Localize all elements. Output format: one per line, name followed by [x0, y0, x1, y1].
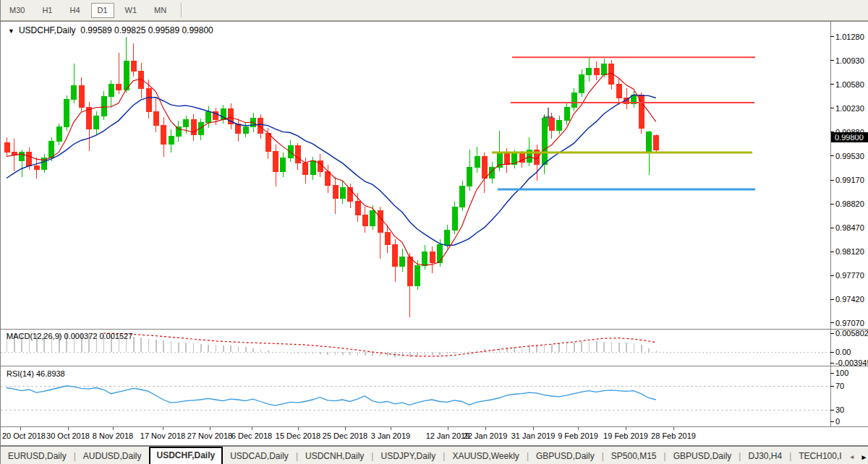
macd-axis-label: -0.003945 [835, 359, 868, 367]
candle-body [587, 68, 592, 74]
candle-body [124, 61, 129, 90]
chart-tab-audusd[interactable]: AUDUSD,Daily [76, 448, 149, 464]
candle-body [475, 157, 480, 168]
candle-body [56, 126, 61, 142]
candle-body [109, 85, 114, 97]
chart-symbol-title: ▼USDCHF,Daily 0.99589 0.99825 0.99589 0.… [8, 25, 213, 35]
candle-body [542, 119, 547, 165]
candle-body [34, 166, 39, 170]
tab-scroll-controls: ◄► [849, 454, 868, 464]
candle-body [370, 211, 375, 226]
date-axis-label: 28 Feb 2019 [651, 432, 696, 440]
chart-tab-dj30[interactable]: DJ30,H4 [741, 448, 789, 464]
rsi-indicator-label: RSI(14) 46.8938 [7, 369, 65, 378]
candle-body [355, 202, 360, 215]
candle-body [20, 152, 25, 160]
macd-indicator-label: MACD(12,26,9) 0.000372 0.001527 [7, 332, 132, 340]
price-axis-label: 0.98820 [835, 200, 864, 208]
candle-body [393, 245, 398, 267]
candle-body [438, 245, 443, 262]
candle-body [616, 85, 621, 98]
candle-body [445, 230, 450, 245]
candle-body [169, 136, 174, 144]
macd-axis-label: 0.00 [835, 348, 851, 356]
candle-body [504, 154, 509, 165]
candle-body [295, 145, 300, 163]
chart-tab-usdjpy[interactable]: USDJPY,Daily [373, 448, 443, 464]
price-axis-label: 0.97070 [835, 319, 864, 327]
candle-body [557, 121, 562, 131]
price-axis-label: 1.00930 [835, 57, 864, 65]
candle-body [153, 111, 158, 125]
chart-tab-usdcnh[interactable]: USDCNH,Daily [298, 448, 371, 464]
candle-body [415, 265, 420, 285]
chart-tab-bar: EURUSD,Daily|AUDUSD,DailyUSDCHF,DailyUSD… [1, 446, 868, 464]
quote-ohlc-values: 0.99589 0.99825 0.99589 0.99800 [80, 25, 213, 35]
rsi-axis-label: 100 [835, 369, 848, 377]
date-axis-label: 25 Dec 2018 [323, 432, 367, 440]
candle-body [87, 108, 92, 129]
tab-scroll-right-icon[interactable]: ► [861, 454, 868, 461]
date-axis-label: 3 Jan 2019 [371, 432, 410, 440]
candle-body [647, 132, 652, 152]
candle-body [340, 188, 345, 199]
candle-body [72, 86, 77, 100]
candle-body [564, 108, 569, 121]
candle-body [184, 120, 189, 126]
candle-body [422, 252, 427, 265]
price-axis-label: 0.99880 [835, 129, 864, 137]
candle-body [378, 211, 383, 233]
candle-body [281, 158, 286, 171]
candle-body [116, 85, 122, 90]
trading-platform-window: M30H1H4D1W1MN ▼USDCHF,Daily 0.99589 0.99… [0, 0, 868, 464]
main-chart-canvas[interactable] [1, 0, 868, 464]
chart-tab-usdchf-active[interactable]: USDCHF,Daily [149, 447, 224, 464]
price-axis-label: 1.00230 [835, 105, 864, 113]
candle-body [639, 95, 644, 128]
price-axis-label: 0.98120 [835, 248, 864, 256]
chart-tab-gbpusd[interactable]: GBPUSD,Daily [529, 448, 602, 464]
price-axis-label: 1.01280 [835, 33, 864, 41]
macd-axis-label: 0.005802 [835, 330, 868, 338]
date-axis-label: 15 Dec 2018 [276, 432, 320, 440]
date-axis-label: 9 Feb 2019 [558, 432, 598, 440]
candle-body [333, 185, 338, 199]
candle-body [452, 207, 457, 230]
date-axis-label: 8 Nov 2018 [93, 432, 133, 440]
candle-body [571, 93, 576, 108]
candle-body [176, 126, 181, 136]
candle-body [161, 125, 166, 144]
candle-body [602, 64, 607, 75]
date-axis-label: 31 Jan 2019 [511, 432, 556, 440]
candle-body [310, 160, 315, 175]
chart-tab-gbpusd[interactable]: GBPUSD,Daily [666, 448, 739, 464]
rsi-line [7, 386, 656, 405]
date-axis-label: 6 Dec 2018 [231, 432, 272, 440]
candle-body [594, 68, 599, 74]
candle-body [101, 97, 106, 116]
symbol-label: USDCHF,Daily [19, 25, 76, 35]
candle-body [549, 119, 554, 131]
candle-body [49, 142, 54, 158]
date-axis-label: 17 Nov 2018 [140, 432, 185, 440]
candle-body [385, 233, 390, 245]
date-axis-label: 20 Oct 2018 [2, 432, 46, 440]
candle-body [467, 168, 472, 186]
chevron-down-icon[interactable]: ▼ [8, 27, 14, 35]
rsi-axis-label: 70 [835, 382, 844, 390]
candle-body [243, 126, 248, 133]
chart-tab-eurusd[interactable]: EURUSD,Daily [1, 448, 74, 464]
rsi-axis-label: 0 [835, 418, 840, 426]
rsi-axis-label: 30 [835, 406, 844, 414]
date-axis-label: 22 Jan 2019 [464, 432, 508, 440]
chart-tab-tech100[interactable]: TECH100,I [791, 448, 848, 464]
candle-body [131, 61, 136, 71]
candle-body [206, 111, 211, 122]
chart-tab-xauusd[interactable]: XAUUSD,Weekly [445, 448, 526, 464]
candle-body [400, 257, 405, 267]
chart-tab-usdcad[interactable]: USDCAD,Daily [223, 448, 296, 464]
tab-scroll-left-icon[interactable]: ◄ [849, 455, 855, 460]
price-axis-label: 0.99530 [835, 152, 864, 160]
price-axis-label: 0.99170 [835, 176, 864, 184]
chart-tab-sp500[interactable]: SP500,M15 [604, 448, 664, 464]
